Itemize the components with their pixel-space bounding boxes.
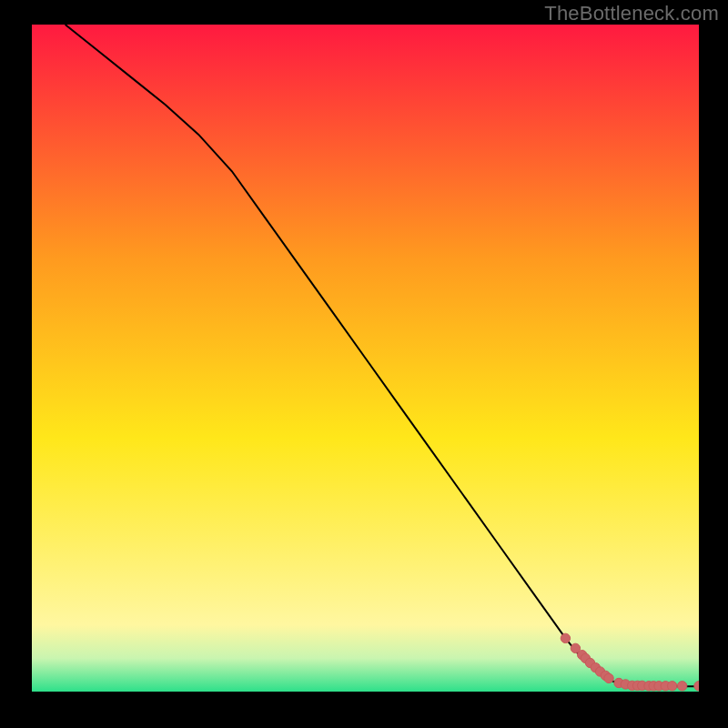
data-point [677, 682, 686, 691]
chart-svg [32, 25, 699, 692]
watermark-text: TheBottleneck.com [544, 2, 719, 25]
data-point [561, 633, 570, 642]
data-point [667, 682, 676, 691]
data-point [604, 673, 613, 682]
chart-frame: TheBottleneck.com [0, 0, 728, 728]
plot-area [32, 25, 699, 692]
